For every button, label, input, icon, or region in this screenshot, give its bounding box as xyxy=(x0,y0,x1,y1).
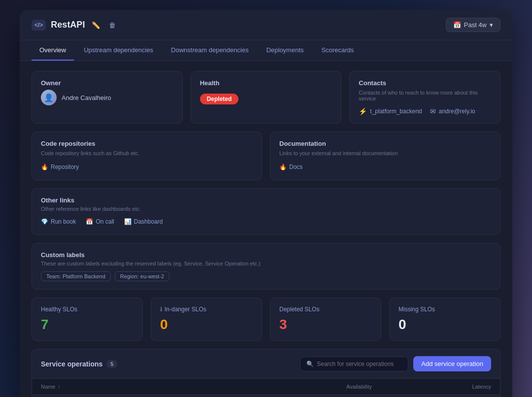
repository-link[interactable]: 🔥 Repository xyxy=(41,162,253,172)
contact-email-label: andre@rely.io xyxy=(439,108,475,115)
calendar-icon: 📅 xyxy=(453,21,461,29)
slo-cards: Healthy SLOs 7 ℹ In-danger SLOs 0 Deplet… xyxy=(32,298,500,341)
email-icon: ✉ xyxy=(430,107,436,115)
slo-indanger-label: In-danger SLOs xyxy=(165,306,206,313)
info-icon: ℹ xyxy=(160,306,163,313)
search-input[interactable] xyxy=(317,361,402,367)
slo-depleted: Depleted SLOs 3 xyxy=(270,298,381,341)
contacts-subtitle: Contacts of who to reach to know more ab… xyxy=(359,90,491,101)
ops-count-badge: 5 xyxy=(106,360,117,368)
slo-healthy-value: 7 xyxy=(41,317,133,332)
contacts-title: Contacts xyxy=(359,79,491,87)
avatar: 👤 xyxy=(41,90,57,105)
service-name: RestAPI xyxy=(51,20,85,30)
code-repos-card: Code repositories Code repository links … xyxy=(32,132,262,180)
owner-card: Owner 👤 Andre Cavalheiro xyxy=(32,71,183,124)
owner-row: 👤 Andre Cavalheiro xyxy=(41,90,173,105)
header: </> RestAPI ✏️ 🗑 📅 Past 4w ▾ xyxy=(20,10,512,40)
docs-title: Documentation xyxy=(279,140,491,147)
row-0-latency: 100 / 99.99% xyxy=(381,395,500,397)
col-name-label: Name xyxy=(41,384,55,390)
owner-title: Owner xyxy=(41,79,173,87)
slo-missing-title: Missing SLOs xyxy=(399,306,491,313)
custom-labels-section: Custom labels These are custom labels ex… xyxy=(32,243,500,290)
docs-icon: 🔥 xyxy=(279,164,287,170)
delete-button[interactable]: 🗑 xyxy=(107,20,118,30)
contact-slack: ⚡ t_platform_backend xyxy=(359,107,422,115)
fire-icon: 🔥 xyxy=(41,164,48,170)
documentation-card: Documentation Links to your external and… xyxy=(270,132,500,180)
dashboard-icon: 📊 xyxy=(124,218,132,225)
label-tag-1: Region: eu-west-2 xyxy=(115,271,169,281)
tab-downstream[interactable]: Downstream dependencies xyxy=(163,40,257,61)
service-ops-title: Service operations 5 xyxy=(41,360,117,368)
runbook-icon: 💎 xyxy=(41,218,48,225)
slo-indanger-title: ℹ In-danger SLOs xyxy=(160,306,253,313)
other-links-subtitle: Other reference links like dashboards et… xyxy=(41,206,491,212)
service-ops-header: Service operations 5 🔍 Add service opera… xyxy=(32,349,500,378)
edit-button[interactable]: ✏️ xyxy=(90,20,102,30)
contact-slack-label: t_platform_backend xyxy=(370,108,422,115)
repos-title: Code repositories xyxy=(41,140,253,147)
repos-subtitle: Code repository links such as Github etc… xyxy=(41,150,253,156)
table-row[interactable]: POST /subscription-purchase 76.89 / 99.9… xyxy=(32,395,500,397)
slo-indanger: ℹ In-danger SLOs 0 xyxy=(151,298,262,341)
dashboard-label: Dashboard xyxy=(134,218,163,225)
search-icon: 🔍 xyxy=(306,361,314,367)
date-filter-label: Past 4w xyxy=(464,21,487,29)
custom-labels-subtitle: These are custom labels excluding the re… xyxy=(41,261,491,266)
slack-icon: ⚡ xyxy=(359,107,367,115)
slo-healthy: Healthy SLOs 7 xyxy=(32,298,143,341)
owner-name: Andre Cavalheiro xyxy=(62,94,111,101)
row-0-name: POST /subscription-purchase xyxy=(32,395,250,397)
slo-depleted-title: Depleted SLOs xyxy=(279,306,372,313)
slo-indanger-value: 0 xyxy=(160,317,253,332)
other-links-row: 💎 Run book 📅 On call 📊 Dashboard xyxy=(41,217,491,227)
health-title: Health xyxy=(200,79,332,87)
docs-label: Docs xyxy=(289,164,302,170)
code-icon: </> xyxy=(32,20,46,31)
runbook-label: Run book xyxy=(51,218,76,225)
slo-missing-value: 0 xyxy=(399,317,491,332)
labels-row: Team: Platform Backend Region: eu-west-2 xyxy=(41,271,491,281)
main-window: </> RestAPI ✏️ 🗑 📅 Past 4w ▾ Overview Up… xyxy=(20,10,512,397)
service-ops-controls: 🔍 Add service operation xyxy=(300,356,491,371)
tab-overview[interactable]: Overview xyxy=(32,40,74,61)
contact-email: ✉ andre@rely.io xyxy=(430,107,475,115)
sort-icon: ↑ xyxy=(58,384,60,390)
service-operations-section: Service operations 5 🔍 Add service opera… xyxy=(32,349,500,397)
row-0-availability: 76.89 / 99.99% xyxy=(250,395,381,397)
repository-label: Repository xyxy=(51,164,79,170)
contacts-list: ⚡ t_platform_backend ✉ andre@rely.io xyxy=(359,107,491,115)
chevron-down-icon: ▾ xyxy=(490,21,493,29)
other-links-title: Other links xyxy=(41,197,491,204)
slo-healthy-title: Healthy SLOs xyxy=(41,306,133,313)
header-left: </> RestAPI ✏️ 🗑 xyxy=(32,20,118,31)
tab-upstream[interactable]: Upstream dependencies xyxy=(76,40,161,61)
runbook-link[interactable]: 💎 Run book xyxy=(41,217,76,227)
service-ops-label: Service operations xyxy=(41,360,102,368)
oncall-icon: 📅 xyxy=(86,218,93,225)
add-service-operation-button[interactable]: Add service operation xyxy=(413,356,491,371)
nav-tabs: Overview Upstream dependencies Downstrea… xyxy=(20,40,512,61)
label-tag-0: Team: Platform Backend xyxy=(41,271,111,281)
docs-link[interactable]: 🔥 Docs xyxy=(279,162,491,172)
col-latency: Latency xyxy=(381,379,500,395)
contacts-card: Contacts Contacts of who to reach to kno… xyxy=(349,71,500,124)
search-box[interactable]: 🔍 xyxy=(300,357,408,371)
oncall-link[interactable]: 📅 On call xyxy=(86,217,114,227)
oncall-label: On call xyxy=(96,218,114,225)
slo-depleted-value: 3 xyxy=(279,317,372,332)
row-owner-health-contacts: Owner 👤 Andre Cavalheiro Health Depleted… xyxy=(32,71,500,124)
col-name: Name ↑ xyxy=(32,379,250,395)
tab-scorecards[interactable]: Scorecards xyxy=(314,40,362,61)
date-filter-button[interactable]: 📅 Past 4w ▾ xyxy=(446,18,500,32)
dashboard-link[interactable]: 📊 Dashboard xyxy=(124,217,163,227)
health-badge: Depleted xyxy=(200,94,239,104)
custom-labels-title: Custom labels xyxy=(41,251,491,259)
row-repos-docs: Code repositories Code repository links … xyxy=(32,132,500,180)
tab-deployments[interactable]: Deployments xyxy=(259,40,312,61)
health-card: Health Depleted xyxy=(191,71,342,124)
col-availability: Availability xyxy=(250,379,381,395)
main-content: Owner 👤 Andre Cavalheiro Health Depleted… xyxy=(20,61,512,397)
